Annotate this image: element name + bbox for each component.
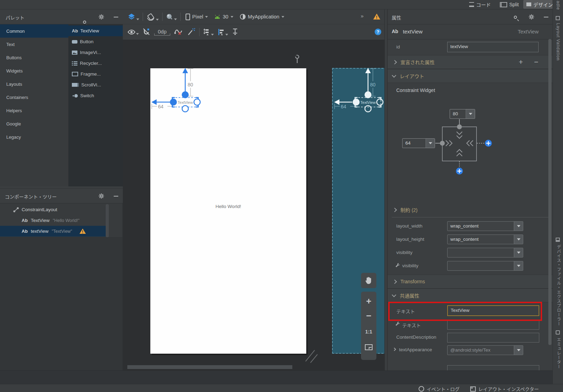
section-transforms[interactable]: Transforms [388, 275, 553, 289]
content-description-input[interactable] [447, 333, 539, 343]
pack-button[interactable] [203, 29, 214, 36]
tab-code[interactable]: コード [466, 0, 494, 9]
section-declared-attributes[interactable]: 宣言された属性 + − [388, 55, 553, 69]
zoom-controls: + − 1:1 [361, 292, 376, 360]
gear-icon[interactable] [528, 14, 534, 20]
tools-text-input[interactable] [447, 321, 539, 330]
design-canvas[interactable]: Hello World! 80 64 [123, 40, 384, 370]
section-layout[interactable]: レイアウト [388, 69, 553, 83]
palette-item-button[interactable]: Button [68, 36, 123, 47]
palette-category-legacy[interactable]: Legacy [0, 130, 68, 144]
pan-button[interactable] [361, 273, 376, 288]
clear-constraints-button[interactable] [174, 28, 183, 37]
dropdown-arrow[interactable] [514, 222, 523, 231]
view-options-button[interactable] [128, 29, 139, 35]
tree-scrollbar[interactable] [106, 204, 109, 237]
api-selector[interactable]: 30 [213, 14, 234, 20]
tool-tab-gradle[interactable]: adle [556, 1, 561, 10]
palette-category-widgets[interactable]: Widgets [0, 64, 68, 77]
fragment-icon [72, 72, 78, 76]
dropdown-arrow[interactable] [514, 235, 523, 244]
tree-row-textview-selected[interactable]: Ab textView "TextView" [0, 226, 108, 237]
night-mode-button[interactable] [166, 13, 177, 20]
section-constraints[interactable]: 制約 (2) [388, 203, 553, 217]
palette-item-scrollview[interactable]: ScrollVi... [68, 79, 123, 90]
palette-item-imageview[interactable]: ImageVi... [68, 47, 123, 58]
chevron-right-icon[interactable] [393, 348, 396, 351]
device-selector[interactable]: Pixel [184, 14, 209, 20]
palette-category-buttons[interactable]: Buttons [0, 51, 68, 64]
add-attribute-button[interactable]: + [519, 58, 523, 66]
tab-code-label: コード [476, 1, 491, 8]
palette-category-helpers[interactable]: Helpers [0, 104, 68, 117]
toolbar-overflow[interactable]: » [361, 13, 363, 19]
panel-splitter[interactable] [384, 9, 387, 370]
warning-icon[interactable] [373, 14, 380, 20]
tree-row-textview-hello[interactable]: Ab TextView "Hello World!" [0, 215, 123, 226]
help-button[interactable]: ? [375, 29, 381, 35]
gear-icon[interactable] [98, 193, 104, 199]
autoconnect-button[interactable] [143, 28, 150, 37]
canvas-horizontal-scrollbar[interactable] [127, 365, 292, 369]
zoom-in-button[interactable]: + [361, 295, 376, 307]
palette-item-fragment[interactable]: Fragme... [68, 69, 123, 79]
tab-design[interactable]: デザイン [523, 0, 556, 9]
tool-tab-emulator[interactable]: エミュレーター [556, 337, 562, 369]
palette-category-google[interactable]: Google [0, 117, 68, 130]
event-log-button[interactable]: イベント・ログ [419, 385, 460, 392]
guideline-button[interactable] [232, 28, 238, 36]
tab-split[interactable]: Split [497, 0, 521, 9]
layout-width-dropdown[interactable]: wrap_content [447, 221, 523, 231]
hide-attributes-icon[interactable] [544, 17, 548, 17]
hide-palette-icon[interactable] [114, 17, 118, 17]
palette-category-text[interactable]: Text [0, 38, 68, 51]
infer-constraints-button[interactable] [187, 28, 195, 37]
tool-tab-device-explorer[interactable]: デバイス・ファイル・エクスプローラー [556, 245, 562, 326]
palette-category-layouts[interactable]: Layouts [0, 77, 68, 91]
palette-item-recyclerview[interactable]: Recycler... [68, 58, 123, 69]
zoom-out-button[interactable]: − [361, 310, 376, 322]
status-bar: イベント・ログ レイアウト・インスペクター [0, 384, 563, 392]
dropdown-arrow[interactable] [514, 248, 523, 257]
theme-selector[interactable]: MyApplication [238, 14, 286, 20]
section-common-attributes[interactable]: 共通属性 [388, 289, 553, 302]
partial-input[interactable] [447, 365, 539, 370]
layout-inspector-button[interactable]: レイアウト・インスペクター [470, 385, 539, 392]
palette-category-common[interactable]: Common [0, 24, 68, 38]
default-margin-button[interactable]: 0dp [154, 29, 170, 36]
tree-row-constraintlayout[interactable]: ConstraintLayout [0, 204, 123, 215]
search-icon[interactable] [83, 21, 86, 24]
align-button[interactable] [218, 29, 228, 36]
search-icon[interactable] [514, 16, 517, 19]
layout-width-label: layout_width [396, 223, 422, 229]
palette-item-switch[interactable]: Switch [68, 90, 123, 101]
attributes-scrollbar[interactable] [548, 39, 551, 345]
tree-row-detail: "TextView" [52, 229, 72, 234]
gear-icon[interactable] [98, 14, 104, 20]
orientation-button[interactable] [147, 13, 159, 21]
visibility-dropdown[interactable] [447, 248, 523, 258]
zoom-actual-button[interactable]: 1:1 [361, 326, 376, 337]
tool-tab-layout-validation[interactable]: Layout Validation [556, 23, 561, 61]
scroll-icon [72, 83, 79, 87]
tools-visibility-dropdown[interactable] [447, 261, 523, 271]
dropdown-arrow[interactable] [514, 346, 523, 355]
tools-visibility-label: visibility [402, 263, 419, 268]
layout-height-dropdown[interactable]: wrap_content [447, 235, 523, 244]
text-appearance-dropdown[interactable]: @android:style/Tex [447, 345, 523, 355]
device-screen[interactable] [150, 68, 306, 354]
resize-handle[interactable] [303, 347, 319, 363]
constraint-widget-diagram[interactable] [395, 105, 517, 179]
palette-item-textview[interactable]: Ab TextView [68, 25, 123, 36]
chevron-down-icon [136, 18, 139, 20]
design-surface-button[interactable] [128, 13, 139, 20]
attributes-title: 属性 [392, 14, 401, 21]
zoom-fit-button[interactable] [361, 341, 376, 353]
blueprint-screen[interactable] [332, 68, 384, 354]
remove-attribute-button[interactable]: − [534, 58, 538, 66]
hello-world-text[interactable]: Hello World! [150, 204, 306, 209]
hide-tree-icon[interactable] [114, 196, 118, 197]
dropdown-arrow[interactable] [514, 261, 523, 270]
id-input[interactable]: textView [447, 42, 539, 52]
palette-category-containers[interactable]: Containers [0, 91, 68, 104]
